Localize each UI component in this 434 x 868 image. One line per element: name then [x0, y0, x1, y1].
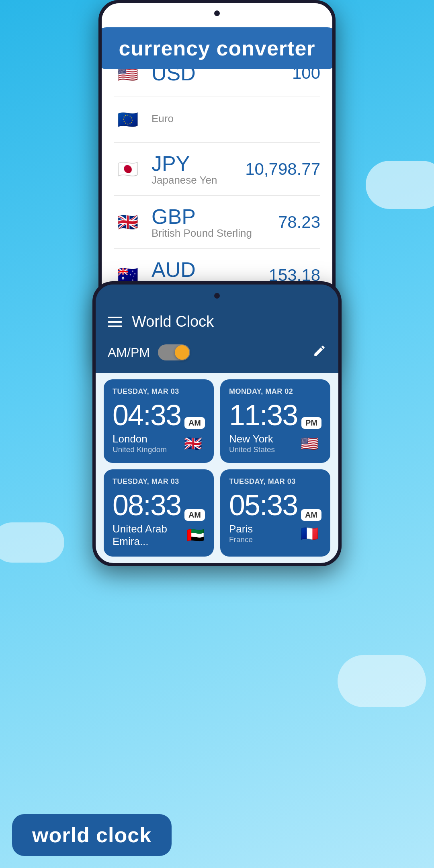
clock-footer-paris: Paris France 🇫🇷	[229, 523, 321, 544]
clock-footer-uae: United Arab Emira... 🇦🇪	[113, 523, 205, 548]
clock-ampm-london: AM	[184, 417, 205, 429]
clock-date-london: TUESDAY, MAR 03	[113, 387, 205, 396]
currency-row-jpy: 🇯🇵 JPY Japanese Yen 10,798.77	[114, 143, 320, 196]
clock-footer-newyork: New York United States 🇺🇸	[229, 433, 321, 454]
world-clock-badge: world clock	[12, 814, 172, 856]
city-name-newyork: New York	[229, 433, 275, 445]
world-clock-phone: World Clock AM/PM TUESDAY, MAR 03 04:33 …	[92, 281, 342, 566]
city-name-uae: United Arab Emira...	[113, 523, 186, 548]
currency-name-gbp: British Pound Sterling	[151, 227, 278, 240]
flag-newyork: 🇺🇸	[297, 435, 321, 452]
country-london: United Kingdom	[113, 445, 167, 454]
currency-info-gbp: GBP British Pound Sterling	[151, 205, 278, 240]
currency-info-jpy: JPY Japanese Yen	[151, 151, 245, 186]
flag-london: 🇬🇧	[181, 435, 205, 452]
edit-icon[interactable]	[313, 344, 326, 361]
clock-city-newyork: New York United States	[229, 433, 275, 454]
currency-value-gbp: 78.23	[278, 213, 320, 232]
clock-date-newyork: MONDAY, MAR 02	[229, 387, 321, 396]
clock-card-london: TUESDAY, MAR 03 04:33 AM London United K…	[104, 379, 214, 463]
currency-code-gbp: GBP	[151, 205, 278, 229]
city-name-paris: Paris	[229, 523, 253, 535]
currency-name-eur: Euro	[151, 113, 320, 125]
flag-eur: 🇪🇺	[114, 105, 142, 133]
currency-row-gbp: 🇬🇧 GBP British Pound Sterling 78.23	[114, 196, 320, 249]
currency-code-jpy: JPY	[151, 151, 245, 176]
hamburger-icon[interactable]	[108, 317, 122, 327]
ampm-toggle[interactable]	[158, 344, 190, 360]
hamburger-line-3	[108, 326, 122, 327]
hamburger-line-2	[108, 321, 122, 323]
clock-city-uae: United Arab Emira...	[113, 523, 186, 548]
notch-dot	[214, 10, 220, 16]
clock-card-paris: TUESDAY, MAR 03 05:33 AM Paris France 🇫🇷	[220, 469, 330, 557]
ampm-label: AM/PM	[108, 345, 150, 360]
hamburger-line-1	[108, 317, 122, 318]
clock-grid: TUESDAY, MAR 03 04:33 AM London United K…	[96, 373, 338, 563]
clock-ampm-newyork: PM	[301, 417, 321, 429]
flag-paris: 🇫🇷	[297, 525, 321, 542]
clock-notch-dot	[214, 293, 220, 299]
world-clock-badge-text: world clock	[32, 823, 151, 847]
city-name-london: London	[113, 433, 167, 445]
clock-toolbar: AM/PM	[96, 340, 338, 373]
phone-notch-currency	[102, 3, 332, 23]
flag-jpy: 🇯🇵	[114, 155, 142, 183]
currency-code-aud: AUD	[151, 258, 269, 282]
clock-footer-london: London United Kingdom 🇬🇧	[113, 433, 205, 454]
currency-name-jpy: Japanese Yen	[151, 174, 245, 186]
currency-badge: currency converter	[102, 27, 332, 69]
currency-badge-text: currency converter	[119, 37, 315, 60]
clock-card-newyork: MONDAY, MAR 02 11:33 PM New York United …	[220, 379, 330, 463]
clock-app-title: World Clock	[132, 313, 326, 330]
clock-ampm-paris: AM	[301, 509, 321, 521]
flag-uae: 🇦🇪	[186, 527, 205, 544]
clock-ampm-uae: AM	[184, 509, 205, 521]
country-paris: France	[229, 535, 253, 544]
currency-value-jpy: 10,798.77	[245, 160, 320, 179]
clock-date-uae: TUESDAY, MAR 03	[113, 477, 205, 486]
flag-gbp: 🇬🇧	[114, 208, 142, 236]
clock-card-uae: TUESDAY, MAR 03 08:33 AM United Arab Emi…	[104, 469, 214, 557]
currency-info-eur: Euro	[151, 114, 320, 125]
clock-date-paris: TUESDAY, MAR 03	[229, 477, 321, 486]
clock-city-paris: Paris France	[229, 523, 253, 544]
currency-row-eur: 🇪🇺 Euro	[114, 96, 320, 143]
clock-app-header: World Clock	[96, 307, 338, 340]
phone-notch-clock	[96, 285, 338, 307]
country-newyork: United States	[229, 445, 275, 454]
toggle-knob	[175, 345, 189, 360]
clock-city-london: London United Kingdom	[113, 433, 167, 454]
